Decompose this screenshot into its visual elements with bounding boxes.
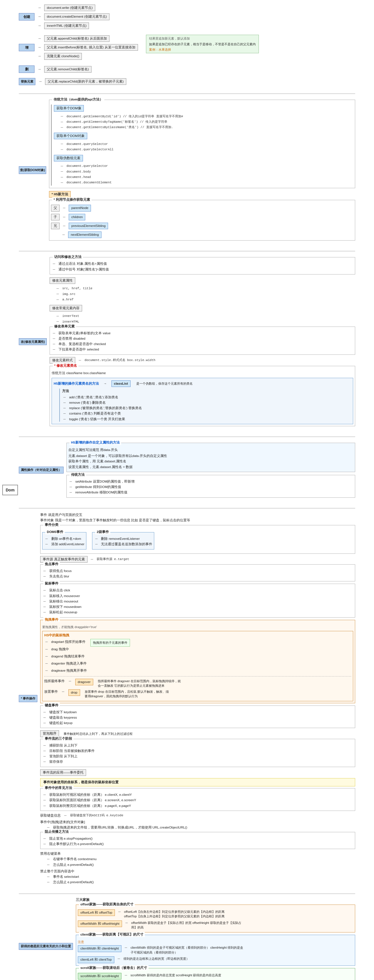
classlist-method-label: 方法 <box>62 389 351 393</box>
efi3: 冒泡阶段 从下到上 <box>49 754 78 759</box>
form-item-1-text: 获取表单元素(单标签的)文本 value <box>58 331 110 336</box>
dom0-items: ─ 删除 on事件名+dom ─ 添加 addEventListener <box>44 536 85 547</box>
keyboard-box: 键盘事件 ─键盘按下 keydown ─键盘敲击 keypress ─键盘松起 … <box>40 706 355 728</box>
prop-item-1: ─阻止冒泡 e.stopPropagation() <box>42 836 353 841</box>
add-content: ─ 父元素.appendChild(标签名) 从后面添加 ─ 父元素.inser… <box>35 34 355 61</box>
clientLT-desc: 得到的是左边框和上边框的宽（即边框的宽度） <box>123 956 189 961</box>
query-arr-item-1-text: document.querySelector <box>66 164 108 169</box>
classname-title: * 修改元素类名 <box>53 363 78 368</box>
query-arr-item-2: ─ document.body <box>59 169 183 174</box>
ss-item-2: ─怎么阻止 e.preventDefault() <box>46 880 355 885</box>
traditional-classname-row: 传统方法 className box.className <box>51 371 353 375</box>
classname-box: * 修改元素类名 传统方法 className box.className H5… <box>50 366 355 426</box>
prev-sibling-item: previousElementSibling <box>69 223 108 229</box>
event-intro-row: 事件 就是用户与页面的交互 <box>40 512 355 517</box>
dataset-get-row: 获取单个属性，用 元素.dataset.属性名 <box>69 459 353 464</box>
offsetWH-row: offsetWidth 和 offsetHeight ─ offsetWidth… <box>78 921 353 930</box>
event-intro-text: 事件 就是用户与页面的交互 <box>40 512 82 517</box>
create-item-2-label: document.createElement (创建元素节点) <box>44 13 109 20</box>
traditional-attr-title: 传统方法 <box>70 473 86 477</box>
drag-i-4: ─dragenter 拖拽进入事件 <box>44 661 87 666</box>
create-content: ─ document.write (创建元素节点) ─ document.cre… <box>35 4 355 30</box>
children-item: children <box>69 214 85 220</box>
classlist-m3: replace ('被替换的类名','替换的新类名') 替换类名 <box>69 406 142 410</box>
node-method-labels: 父 ─ parentNode 子 ─ children 兄 <box>51 204 108 239</box>
traditional-label: 传统方法 className box.className <box>51 371 106 375</box>
query-section: 查(获取DOM对象) 传统方法（dom提供的api方法） 获取单个DOM像 <box>19 97 355 243</box>
dom2-box: 2级事件 ─ 删除 removeEventListener ─ 无法通过覆盖名追… <box>92 532 154 549</box>
scrollWH-label: scrollWidth 和 scrollHeight <box>78 973 121 980</box>
query-content: 传统方法（dom提供的api方法） 获取单个DOM像 ─ <box>46 97 355 243</box>
dragover-row: 指挥最终事件 ─ dragover 指挥最终事件 dragover 在目标范围内… <box>44 679 351 688</box>
query-arr-item-3-text: document.head <box>66 175 91 180</box>
delete-section: 删 ─ 父元素.removeChild(标签名) <box>19 65 355 73</box>
h5-attr-title: H5新增的操作自定义属性的方法 <box>70 440 121 445</box>
classlist-method-4: ─contains ('类名') 判断是否有这个类 <box>62 411 351 416</box>
coord-item-2: ─获取鼠标到页面区域的坐标（距离） e.screenX, e.screenY <box>42 798 353 803</box>
offsetWH-label: offsetWidth 和 offsetHeight <box>78 921 122 927</box>
mi4: 鼠标按下 mousedown <box>49 605 82 609</box>
event-flow-items: ─捕获阶段 从上到下 ─目标阶段 当前被操触发的事件 ─冒泡阶段 从下到上 ─留… <box>42 743 353 764</box>
ss-item-1: ─事件名 selectstart <box>46 874 355 879</box>
content-row: 修改常规元素内容 ─ innerText ─ innerHTML <box>50 304 355 325</box>
elem-attr-item-3: ─ a.href <box>55 297 93 302</box>
event-app-row: 事件流的应用——事件委托 <box>40 769 355 776</box>
client-note: 注意 <box>78 940 353 944</box>
mouse-box: 鼠标事件 ─鼠标点击 click ─鼠标移入 mouseover ─鼠标移出 m… <box>40 584 355 617</box>
fti1: 获取拖拽进来的文件组，需要用URL转换，转换成URL，才能使用 URL.crea… <box>53 825 187 830</box>
replace-item-1: ─ 父元素.replaceChild(新的子元素，被替换的子元素) <box>38 78 355 85</box>
dom0-item-1: ─ 删除 on事件名+dom <box>44 536 85 541</box>
dataset-set-text: 设置元素属性，元素.dataset.属性名 = 数据 <box>69 465 133 469</box>
dom-fixed-label: Dom <box>2 485 18 495</box>
dom2-items: ─ 删除 removeEventListener ─ 无法通过覆盖名追加数添加的… <box>94 536 152 547</box>
dom2-item-1: ─ 删除 removeEventListener <box>94 536 152 541</box>
trad-item-2: ─ getAttribute 得到DOM的属性值 <box>69 485 353 490</box>
drag-note-row: 要拖拽属性，才能拖拽 draggable='true' <box>42 625 353 630</box>
ft-item-1: ─获取拖拽进来的文件组，需要用URL转换，转换成URL，才能使用 URL.cre… <box>46 825 355 830</box>
visit-modify-items: ─ 通过点语法 对象.属性名=属性值 ─ 通过中括号 对象['属性名']=属性值 <box>51 261 353 272</box>
divider-2 <box>19 251 355 251</box>
drag-i-1: ─dragstart 指挥开始事件 <box>44 640 87 644</box>
visit-item-1-text: 通过点语法 对象.属性名=属性值 <box>58 261 107 266</box>
divider-5 <box>19 893 355 894</box>
create-item-3: ─ innerHTML (创建元素节点) <box>37 22 355 29</box>
dom0-box: DOM0事件 ─ 删除 on事件名+dom ─ 添加 addEventListe… <box>42 532 86 549</box>
scroll-title: scroll家族——获取滚动后（被卷去）的尺寸 <box>79 966 149 970</box>
clientWH-label: clientWidth 和 clientHeight <box>78 945 121 952</box>
create-section: 创建 ─ document.write (创建元素节点) ─ document.… <box>19 4 355 30</box>
content-item-1: ─ innerText <box>55 314 82 318</box>
add-note: 结果里追加新元素，默认添加 如果是追加已经存在的子元素，相当于是移动，不管是不是… <box>146 35 259 54</box>
visit-item-2: ─ 通过中括号 对象['属性名']=属性值 <box>51 267 353 272</box>
mi5: 鼠标松起 mouseup <box>49 610 78 615</box>
query-dom-item-3: ─ document.getElementsByClassName('类名') … <box>59 125 183 130</box>
elem-attr-title: 修改元素属性 <box>50 277 75 284</box>
content-items: 修改常规元素内容 ─ innerText ─ innerHTML <box>50 304 82 325</box>
divider-3 <box>19 436 355 437</box>
dragover-label: dragover <box>75 679 93 685</box>
classlist-m1: add ('类名','类名','类名') 添加类名 <box>69 395 118 400</box>
scroll-select-row: 禁止整个页面内容选中 <box>40 869 355 874</box>
children-label: 子 <box>51 214 59 220</box>
offset-content: offsetLeft 和 offsetTop ─ offsetLeft【自身左外… <box>78 909 353 930</box>
di5: dragleave 拖拽离开事件 <box>51 668 87 673</box>
query-single-title: 获取单个DOM对象 <box>54 133 87 139</box>
query-dom-item-1: ─ document.getElementById('id') // 传入的id… <box>59 114 183 119</box>
create-item-1-label: document.write (创建元素节点) <box>44 5 95 11</box>
mouse-item-2: ─鼠标移入 mouseover <box>42 593 353 598</box>
custom-attr-section: 属性操作（针对自定义属性） H5新增的操作自定义属性的方法 自定义属性写法规范 … <box>19 441 355 500</box>
pi2: 阻止事件默认行为 e.preventDefault() <box>49 842 104 846</box>
propagation-title: 阻止传播之方法 <box>43 829 70 834</box>
focus-items: ─ 获得焦点 focus ─ 失去焦点 blur <box>42 569 353 579</box>
traditional-attr-items: ─ setAttribute 设置DOM的属性值，即新增 ─ getAttrib… <box>69 479 353 495</box>
coord-items: ─获取鼠标到可视区域的坐标（距离） e.clientX, e.clientY ─… <box>42 792 353 808</box>
focus-item-2-text: 失去焦点 blur <box>49 574 69 579</box>
query-single-row: 获取单个DOM对象 <box>54 133 183 139</box>
form-item-4-text: 下拉菜单是否选中 selected <box>58 347 99 352</box>
classlist-method-2: ─remove ('类名') 删除类名 <box>62 400 351 405</box>
scroll-content: scrollWidth 和 scrollHeight ─ scrollWidth… <box>78 973 353 980</box>
scroll-select-title: 禁止整个页面内容选中 <box>40 869 74 874</box>
context-menu-items: ─右键单个事件名 contextmenu ─怎么阻止 e.preventDefa… <box>46 857 355 867</box>
drop-row: 放置事件 ─ drop 放置事件 drop 在目标范围内，且松鼠 默认不触发，触… <box>44 689 351 699</box>
custom-attr-content: H5新增的操作自定义属性的方法 自定义属性写法规范 用data-开头 元素.da… <box>64 441 355 500</box>
clientLT-label: clientLeft 和 clientTop <box>78 956 114 963</box>
